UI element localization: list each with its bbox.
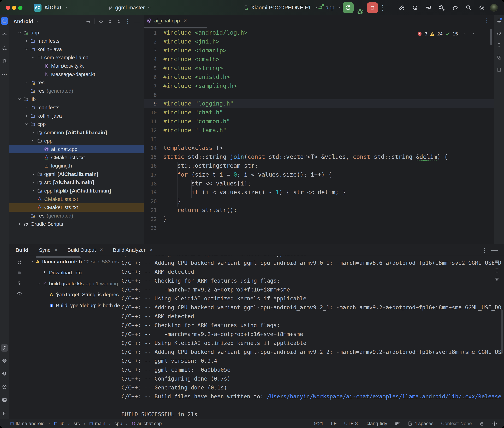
tree-item-common[interactable]: common[AiChat.lib.main] [9,128,144,137]
code-line[interactable]: } [163,215,167,222]
chevron-down-icon[interactable] [24,122,29,127]
file-encoding[interactable]: UTF-8 [344,421,358,426]
breadcrumb-item[interactable]: ai_chat.cpp [131,421,162,426]
code-line[interactable]: return str.str(); [163,206,237,214]
tool-stripe-pull-request[interactable] [1,57,8,65]
breadcrumb-item[interactable]: lib [54,421,64,426]
tree-item-src[interactable]: src[AiChat.lib.main] [9,178,144,187]
pin-icon[interactable] [17,280,22,286]
tool-stripe-problems[interactable] [1,383,8,391]
expand-all-icon[interactable] [107,19,112,24]
hammer-play-icon[interactable] [398,4,405,11]
chevron-right-icon[interactable] [24,39,29,43]
breadcrumb-item[interactable]: llama.android [10,421,45,426]
analyzer-status[interactable]: .clang-tidy [365,421,387,426]
breadcrumb-item[interactable]: cpp [114,421,122,426]
tool-stripe-branch[interactable] [1,409,8,417]
macos-minimize-button[interactable] [12,6,16,10]
project-view-selector[interactable]: Android [13,18,33,24]
code-line[interactable]: #include <iomanip> [163,47,226,54]
build-tree-item[interactable]: build.gradle.ktsapp 1 warning [29,281,118,287]
chevron-right-icon[interactable] [17,222,22,226]
tab-sync[interactable]: Sync [39,247,51,253]
tree-item-cmakelists-txt[interactable]: CMakeLists.txt [9,203,144,212]
tool-stripe-more[interactable]: ⋯ [1,71,8,78]
tree-item-cpp[interactable]: cpp [9,137,144,145]
chevron-right-icon[interactable] [31,130,36,135]
lock-open-icon[interactable] [479,421,485,426]
chevron-down-icon[interactable] [17,97,22,102]
console-file-link[interactable]: /Users/hanyin/Workspace/ai-chat/examples… [267,393,501,400]
chevron-right-icon[interactable] [31,188,36,193]
tree-item-app[interactable]: app [9,28,144,37]
soft-wrap-icon[interactable] [494,259,500,264]
code-line[interactable]: #include <jni.h> [163,38,220,45]
breadcrumb-item[interactable]: main [89,421,105,426]
editor-scrollbar-thumb[interactable] [490,29,492,45]
console-scrollbar-thumb[interactable] [501,309,503,354]
prev-problem-icon[interactable] [463,32,467,36]
macos-zoom-button[interactable] [18,6,22,10]
code-line[interactable]: template<class T> [163,144,223,151]
tree-item-kotlin-java[interactable]: kotlin+java [9,112,144,120]
code-line[interactable]: } [163,198,181,205]
code-line[interactable]: #include <sampling.h> [163,82,237,89]
line-ending[interactable]: LF [331,421,337,426]
tree-item-manifests[interactable]: manifests [9,37,144,45]
tool-stripe-gem[interactable] [1,357,8,365]
tree-item-ai-chat-cpp[interactable]: ai_chat.cpp [9,145,144,153]
tool-stripe-terminal[interactable] [1,396,8,404]
code-line[interactable]: #include <string> [163,65,223,71]
project-selector[interactable]: AiChat [44,0,68,16]
tree-item-res[interactable]: res(generated) [9,212,144,220]
tab-build-output[interactable]: Build Output [68,247,96,253]
refactor-icon[interactable] [412,4,418,11]
code-line[interactable]: #include <android/log.h> [163,29,248,36]
code-line[interactable]: #include <unistd.h> [163,74,230,80]
rerun-button[interactable] [343,2,354,13]
code-line[interactable]: #include "common.h" [163,118,230,125]
tool-stripe-device-phone[interactable] [495,41,503,49]
tree-item-messageadapter-kt[interactable]: MessageAdapter.kt [9,70,144,78]
tool-stripe-hammer[interactable] [1,344,8,352]
chevron-down-icon[interactable] [24,47,29,52]
chevron-down-icon[interactable] [31,55,36,60]
tab-build-analyzer[interactable]: Build Analyzer [113,247,145,253]
chevron-right-icon[interactable] [31,180,36,185]
stop-button[interactable] [367,2,378,13]
chevron-down-icon[interactable] [17,30,22,35]
tree-item-cmakelists-txt[interactable]: CMakeLists.txt [9,153,144,162]
build-tree-item[interactable]: BuildType 'debug' is both de [29,303,120,308]
tool-stripe-structure[interactable] [1,44,8,51]
search-icon[interactable] [465,4,472,11]
eye-icon[interactable] [17,291,22,296]
build-window-title[interactable]: Build [16,247,28,253]
build-tree-item[interactable]: llama.android: fi22 sec, 583 ms [29,259,119,265]
more-actions-kebab[interactable]: ⋮ [379,3,386,12]
user-avatar[interactable] [490,4,498,12]
code-line[interactable]: #include "llama.h" [163,127,226,134]
tree-item-logging-h[interactable]: logging.h [9,162,144,170]
tree-item-cpp[interactable]: cpp [9,120,144,128]
trash-icon[interactable] [494,277,500,282]
code-line[interactable]: static std::string join(const std::vecto… [163,153,448,160]
tree-item-com-example-llama[interactable]: com.example.llama [9,53,144,62]
target-icon[interactable] [98,19,103,24]
tree-item-res[interactable]: res(generated) [9,87,144,95]
chevron-down-icon[interactable] [31,138,36,143]
tab-close-icon[interactable]: ✕ [54,247,58,253]
tree-item-lib[interactable]: lib [9,95,144,103]
macos-close-button[interactable] [6,6,10,10]
collapse-all-icon[interactable] [116,19,121,24]
code-line[interactable]: for (size_t i = 0; i < values.size(); i+… [163,171,332,178]
gear-icon[interactable] [479,4,485,11]
code-line[interactable]: #include "chat.h" [163,109,223,116]
minimize-icon[interactable]: — [134,19,139,24]
vcs-branch-selector[interactable]: ggml-master [108,0,152,16]
plus-icon[interactable] [85,19,91,24]
tool-stripe-logcat-cat[interactable] [1,370,8,378]
context-indicator[interactable]: Context: None [441,421,472,426]
tree-item-res[interactable]: res [9,78,144,87]
code-line[interactable]: #include "logging.h" [163,100,233,107]
chevron-right-icon[interactable] [24,114,29,118]
